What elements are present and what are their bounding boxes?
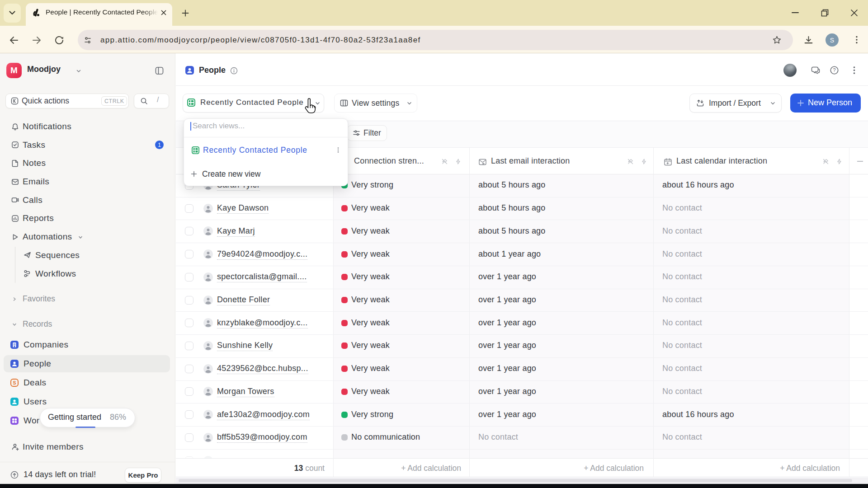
svg-text:?: ? [833,67,835,73]
svg-text:S: S [13,380,16,385]
